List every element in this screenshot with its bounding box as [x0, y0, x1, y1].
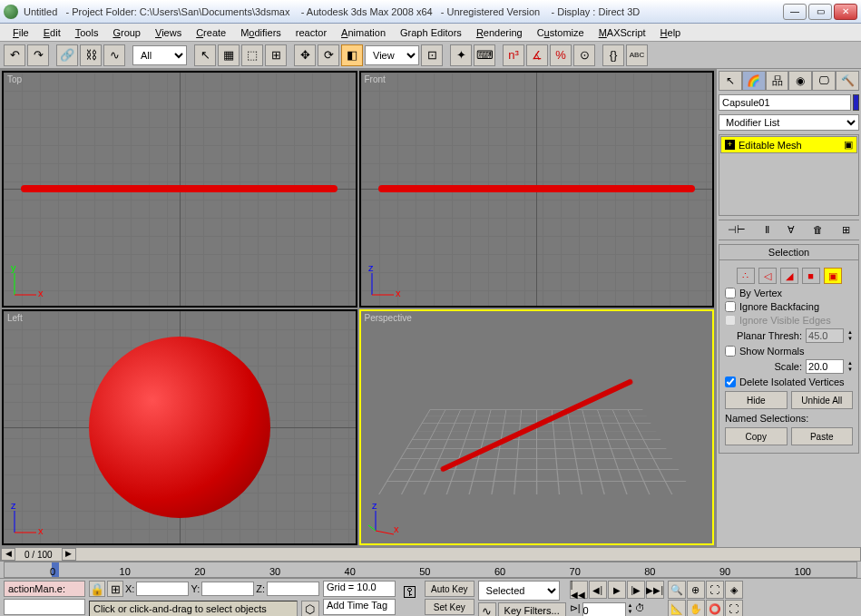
abc-button[interactable]: ABC: [626, 44, 648, 66]
viewport-perspective[interactable]: Perspective zx: [359, 309, 715, 546]
unhide-all-button[interactable]: Unhide All: [791, 391, 854, 409]
display-tab[interactable]: 🖵: [812, 71, 836, 91]
rollout-header[interactable]: Selection: [719, 245, 858, 260]
add-time-tag[interactable]: Add Time Tag: [323, 599, 396, 615]
time-slider[interactable]: 0102030405060708090100: [4, 562, 857, 578]
unlink-button[interactable]: ⛓: [80, 44, 102, 66]
vertex-subobj-button[interactable]: ∴: [737, 268, 755, 284]
copy-button[interactable]: Copy: [725, 427, 788, 445]
pivot-button[interactable]: ⊡: [421, 44, 443, 66]
scale-button[interactable]: ◧: [341, 44, 363, 66]
modifier-list[interactable]: Modifier List: [719, 114, 859, 131]
menu-group[interactable]: Group: [105, 25, 148, 40]
isolate-button[interactable]: ⬡: [301, 601, 319, 616]
link-button[interactable]: 🔗: [56, 44, 78, 66]
y-coord-field[interactable]: [201, 582, 254, 596]
menu-maxscript[interactable]: MAXScript: [592, 25, 653, 40]
percent-snap-button[interactable]: %: [550, 44, 572, 66]
menu-edit[interactable]: Edit: [36, 25, 68, 40]
select-name-button[interactable]: ▦: [218, 44, 240, 66]
scroll-right-button[interactable]: ▶: [62, 548, 76, 561]
z-coord-field[interactable]: [267, 582, 319, 596]
undo-button[interactable]: ↶: [4, 44, 25, 66]
menu-help[interactable]: Help: [653, 25, 689, 40]
next-frame-button[interactable]: |▶: [627, 581, 645, 599]
select-region-button[interactable]: ⬚: [241, 44, 263, 66]
time-config-button[interactable]: ⏱: [635, 602, 645, 616]
transform-mode-button[interactable]: ⊞: [107, 581, 123, 597]
hide-button[interactable]: Hide: [725, 391, 788, 409]
key-mode-toggle[interactable]: ⊳|: [570, 602, 581, 616]
menu-customize[interactable]: Customize: [530, 25, 592, 40]
lock-selection-button[interactable]: 🔒: [89, 581, 105, 597]
close-button[interactable]: ✕: [834, 4, 857, 20]
pan-button[interactable]: ✋: [687, 600, 705, 616]
manipulate-button[interactable]: ✦: [450, 44, 472, 66]
show-normals-checkbox[interactable]: [725, 346, 736, 357]
select-button[interactable]: ↖: [194, 44, 216, 66]
play-button[interactable]: ▶: [608, 581, 626, 599]
move-button[interactable]: ✥: [294, 44, 316, 66]
edge-subobj-button[interactable]: ◁: [758, 268, 777, 284]
menu-create[interactable]: Create: [189, 25, 233, 40]
maximize-viewport-button[interactable]: ⛶: [725, 600, 743, 616]
script-input[interactable]: [4, 599, 85, 615]
viewport-left[interactable]: Left zx: [2, 309, 357, 546]
key-filters-icon[interactable]: ∿: [478, 602, 496, 616]
ignore-backfacing-checkbox[interactable]: [725, 301, 736, 312]
orbit-button[interactable]: ⭕: [706, 600, 724, 616]
frame-spinner[interactable]: ▲▼: [628, 602, 633, 616]
paste-button[interactable]: Paste: [791, 427, 854, 445]
key-mode-select[interactable]: Selected: [478, 581, 560, 601]
key-filters-button[interactable]: Key Filters...: [498, 602, 566, 616]
rotate-button[interactable]: ⟳: [318, 44, 339, 66]
by-vertex-checkbox[interactable]: [725, 288, 736, 298]
horizontal-scrollbar[interactable]: ◀ 0 / 100 ▶: [0, 547, 861, 562]
zoom-extents-button[interactable]: ⛶: [706, 581, 724, 599]
face-subobj-button[interactable]: ◢: [780, 268, 798, 284]
viewport-front[interactable]: Front zx: [359, 71, 715, 308]
delete-iso-checkbox[interactable]: [725, 376, 736, 387]
menu-views[interactable]: Views: [148, 25, 189, 40]
show-result-button[interactable]: Ⅱ: [765, 224, 769, 236]
selection-filter[interactable]: All: [132, 45, 187, 65]
bind-button[interactable]: ∿: [103, 44, 125, 66]
modifier-stack[interactable]: + Editable Mesh ▣: [719, 134, 859, 216]
scroll-left-button[interactable]: ◀: [1, 548, 15, 561]
menu-rendering[interactable]: Rendering: [469, 25, 530, 40]
keyboard-shortcut-button[interactable]: ⌨: [474, 44, 495, 66]
prev-frame-button[interactable]: ◀|: [589, 581, 607, 599]
redo-button[interactable]: ↷: [27, 44, 49, 66]
configure-button[interactable]: ⊞: [842, 224, 850, 236]
menu-tools[interactable]: Tools: [68, 25, 106, 40]
menu-reactor[interactable]: reactor: [289, 25, 334, 40]
auto-key-button[interactable]: Auto Key: [425, 581, 475, 597]
angle-snap-button[interactable]: ∡: [526, 44, 548, 66]
menu-graph-editors[interactable]: Graph Editors: [393, 25, 469, 40]
minimize-button[interactable]: —: [783, 4, 807, 20]
menu-modifiers[interactable]: Modifiers: [233, 25, 289, 40]
scale-field[interactable]: [806, 359, 844, 374]
remove-modifier-button[interactable]: 🗑: [813, 224, 823, 236]
hierarchy-tab[interactable]: 品: [766, 71, 789, 91]
polygon-subobj-button[interactable]: ■: [802, 268, 820, 284]
make-unique-button[interactable]: ∀: [788, 224, 795, 236]
set-key-button[interactable]: Set Key: [425, 599, 475, 615]
x-coord-field[interactable]: [136, 582, 189, 596]
maximize-button[interactable]: ▭: [808, 4, 832, 20]
motion-tab[interactable]: ◉: [788, 71, 812, 91]
current-frame-field[interactable]: [582, 602, 626, 616]
modifier-item-editable-mesh[interactable]: + Editable Mesh ▣: [720, 136, 857, 153]
goto-end-button[interactable]: ▶▶|: [646, 581, 664, 599]
utilities-tab[interactable]: 🔨: [836, 71, 859, 91]
named-selection-button[interactable]: {}: [602, 44, 624, 66]
snap-button[interactable]: n³: [503, 44, 524, 66]
script-listener[interactable]: actionMan.e:: [4, 581, 85, 597]
element-subobj-button[interactable]: ▣: [824, 268, 842, 284]
zoom-button[interactable]: 🔍: [668, 581, 686, 599]
create-tab[interactable]: ↖: [719, 71, 742, 91]
window-crossing-button[interactable]: ⊞: [265, 44, 287, 66]
pin-stack-button[interactable]: ⊣⊢: [728, 224, 746, 236]
fov-button[interactable]: 📐: [668, 600, 686, 616]
modify-tab[interactable]: 🌈: [742, 71, 766, 91]
